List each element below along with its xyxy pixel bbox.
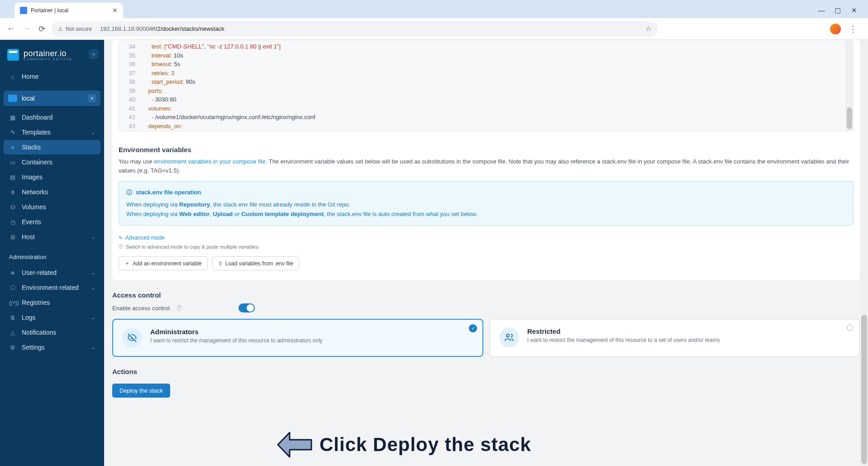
editor-scrollbar-thumb[interactable]: [847, 107, 852, 129]
sidebar-item-events[interactable]: ◷Events: [4, 215, 100, 229]
window-controls: — ▢ ✕: [818, 6, 864, 18]
nav-icon: ✎: [9, 129, 16, 136]
nav-icon: ⛯: [9, 269, 16, 276]
advanced-mode-toggle[interactable]: ✎ Advanced mode: [112, 232, 860, 244]
sidebar-item-settings[interactable]: ⚙Settings⌄: [4, 340, 100, 355]
info-line-2: When deploying via Web editor, Upload or…: [126, 210, 846, 219]
nav-label: Templates: [22, 129, 51, 136]
sidebar-item-user-related[interactable]: ⛯User-related⌄: [4, 265, 100, 280]
code-editor[interactable]: 34 test: ["CMD-SHELL", "nc -z 127.0.0.1 …: [119, 40, 854, 131]
code-line: 39 ports:: [119, 86, 853, 96]
card-description: I want to restrict the management of thi…: [150, 337, 323, 344]
tab-title: Portainer | local: [31, 7, 109, 14]
nav-label: Images: [22, 173, 43, 181]
chevron-down-icon: ⌄: [91, 345, 95, 351]
access-option-restricted[interactable]: Restricted I want to restrict the manage…: [490, 319, 860, 357]
unselected-radio-icon: [847, 325, 853, 331]
sidebar-item-notifications[interactable]: △Notifications: [4, 325, 100, 340]
access-control-heading: Access control: [112, 280, 860, 303]
editor-panel: 34 test: ["CMD-SHELL", "nc -z 127.0.0.1 …: [112, 40, 860, 280]
sidebar-item-stacks[interactable]: ≡Stacks: [4, 140, 100, 154]
nav-icon: ⚙: [9, 344, 16, 351]
reload-icon[interactable]: ⟳: [36, 24, 47, 34]
deploy-stack-button[interactable]: Deploy the stack: [112, 384, 170, 398]
url-field[interactable]: ⚠ Not secure 192.168.1.18:9000/#!/2/dock…: [52, 21, 658, 37]
nav-icon: 🗎: [9, 314, 16, 321]
tab-close-icon[interactable]: ✕: [112, 7, 118, 14]
nav-icon: ◷: [9, 219, 16, 226]
collapse-sidebar-icon[interactable]: «: [89, 49, 99, 59]
button-label: Add an environment variable: [133, 260, 202, 267]
environment-pill[interactable]: local ✕: [4, 91, 100, 106]
warning-icon: ⚠: [58, 26, 63, 32]
env-vars-description: You may use environment variables in you…: [112, 157, 860, 175]
back-icon[interactable]: ←: [5, 24, 16, 34]
docker-icon: [8, 95, 17, 102]
code-line: 35 interval: 10s: [119, 51, 853, 60]
sidebar-item-templates[interactable]: ✎Templates⌄: [4, 125, 100, 139]
page-scrollbar-thumb[interactable]: [861, 315, 867, 464]
sidebar-item-dashboard[interactable]: ▦Dashboard: [4, 110, 100, 125]
info-line-1: When deploying via Repository, the stack…: [126, 200, 846, 210]
minimize-icon[interactable]: —: [818, 6, 825, 14]
stack-env-info-box: stack.env file operation When deploying …: [119, 181, 854, 226]
home-icon: ⌂: [9, 73, 16, 80]
sidebar-item-images[interactable]: ▤Images: [4, 170, 100, 184]
nav-icon: ((•)): [9, 299, 16, 306]
eye-slash-icon: [122, 328, 142, 348]
editor-scrollbar[interactable]: [846, 40, 853, 131]
nav-label: Stacks: [22, 144, 41, 151]
access-control-toggle[interactable]: [238, 303, 255, 312]
svg-point-0: [506, 334, 509, 337]
nav-home[interactable]: ⌂ Home: [4, 69, 100, 84]
help-icon[interactable]: ?: [176, 305, 182, 311]
brand-edition: COMMUNITY EDITION: [24, 58, 72, 61]
browser-menu-icon[interactable]: ⋮: [849, 24, 857, 34]
code-line: 40 - 3030:80: [119, 95, 853, 104]
nav-icon: △: [9, 329, 16, 336]
sidebar-item-networks[interactable]: ⋔Networks: [4, 185, 100, 199]
forward-icon: →: [21, 24, 32, 34]
nav-label: Logs: [22, 314, 35, 321]
access-option-administrators[interactable]: Administrators I want to restrict the ma…: [112, 319, 483, 357]
upload-icon: ⇪: [218, 260, 223, 267]
bookmark-star-icon[interactable]: ☆: [645, 24, 652, 33]
button-label: Load variables from .env file: [225, 260, 293, 267]
advanced-mode-hint: Switch to advanced mode to copy & paste …: [112, 244, 860, 255]
env-vars-heading: Environment variables: [112, 138, 860, 157]
close-window-icon[interactable]: ✕: [851, 6, 857, 14]
card-title: Restricted: [527, 327, 720, 335]
page-scrollbar[interactable]: [860, 40, 868, 466]
browser-tab[interactable]: Portainer | local ✕: [14, 3, 123, 18]
sidebar-item-containers[interactable]: ▭Containers: [4, 155, 100, 169]
code-line: 42 - /volume1/docker/ocular/nginx/nginx.…: [119, 113, 853, 122]
clear-environment-icon[interactable]: ✕: [88, 94, 96, 102]
nav-icon: ▭: [9, 159, 16, 166]
nav-label: Networks: [22, 188, 48, 196]
add-env-var-button[interactable]: ＋ Add an environment variable: [119, 256, 208, 270]
not-secure-badge[interactable]: ⚠ Not secure: [58, 26, 92, 32]
tutorial-annotation: Click Deploy the stack: [276, 431, 531, 459]
load-env-file-button[interactable]: ⇪ Load variables from .env file: [212, 256, 299, 270]
sidebar-item-host[interactable]: ⊞Host⌄: [4, 230, 100, 244]
tab-favicon-icon: [20, 7, 27, 14]
nav-label: Home: [22, 73, 38, 80]
nav-label: Environment-related: [22, 284, 79, 291]
browser-address-bar: ← → ⟳ ⚠ Not secure 192.168.1.18:9000/#!/…: [0, 18, 868, 40]
code-line: 38 start_period: 90s: [119, 77, 853, 86]
actions-heading: Actions: [112, 357, 860, 380]
sidebar-item-registries[interactable]: ((•))Registries: [4, 295, 100, 310]
code-line: 34 test: ["CMD-SHELL", "nc -z 127.0.0.1 …: [119, 42, 853, 51]
profile-avatar-icon[interactable]: [830, 24, 841, 34]
sidebar-item-environment-related[interactable]: ⎔Environment-related⌄: [4, 280, 100, 295]
nav-label: Events: [22, 218, 41, 226]
sidebar-item-volumes[interactable]: ⛁Volumes: [4, 200, 100, 214]
sidebar-item-logs[interactable]: 🗎Logs⌄: [4, 310, 100, 325]
selected-check-icon: ✓: [469, 324, 477, 332]
maximize-icon[interactable]: ▢: [835, 6, 841, 14]
nav-icon: ▤: [9, 174, 16, 181]
brand-logo[interactable]: portainer.io COMMUNITY EDITION: [4, 46, 100, 69]
env-vars-docs-link[interactable]: environment variables in your compose fi…: [154, 158, 265, 165]
environment-name: local: [22, 95, 83, 102]
nav-icon: ⛁: [9, 204, 16, 211]
